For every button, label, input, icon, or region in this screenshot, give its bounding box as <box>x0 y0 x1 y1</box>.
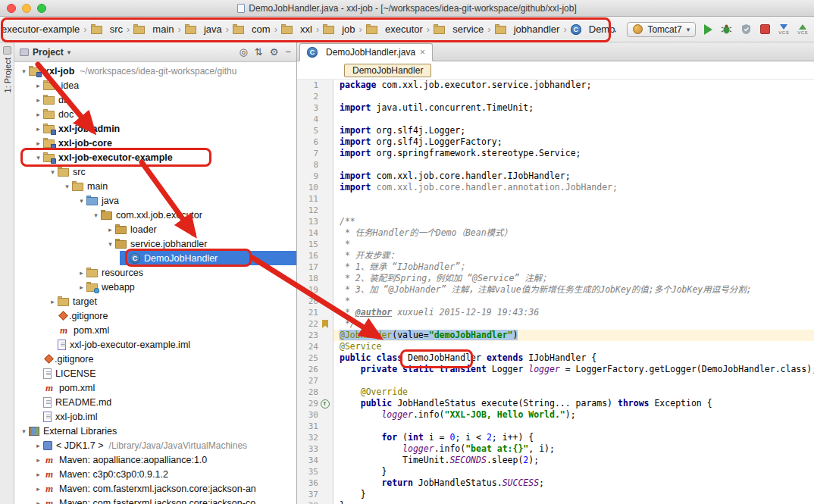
tree-row[interactable]: xxl-job-executor-example.iml <box>14 337 296 352</box>
line-number[interactable]: 18 <box>297 273 318 284</box>
tree-row-content[interactable]: ▸loader <box>105 222 296 236</box>
line-number[interactable]: 25 <box>297 352 318 364</box>
tree-row-content[interactable]: ▾External Libraries <box>19 424 296 438</box>
code-line[interactable]: 24@Service <box>297 341 814 352</box>
breadcrumb-item[interactable]: job <box>323 23 355 35</box>
tree-row[interactable]: ▸target <box>14 294 296 308</box>
tree-row-content[interactable]: ▸webapp <box>77 280 296 294</box>
tree-row-content[interactable]: mpom.xml <box>33 380 296 395</box>
tree-row[interactable]: .gitignore <box>14 352 296 366</box>
hide-panel-icon[interactable]: − <box>285 46 291 58</box>
tree-row-content[interactable]: README.md <box>33 395 296 409</box>
line-number[interactable]: 19 <box>297 284 318 296</box>
tree-row[interactable]: mpom.xml <box>14 380 296 395</box>
expand-arrow-icon[interactable]: ▸ <box>77 283 86 291</box>
locate-icon[interactable]: ◎ <box>240 46 248 58</box>
code-line[interactable]: 7import org.springframework.stereotype.S… <box>297 148 814 159</box>
tree-row[interactable]: ▾xxl-job~/workspaces/idea-git-workspace/… <box>14 64 296 78</box>
breadcrumb-item[interactable]: com <box>233 23 271 35</box>
code-line[interactable]: 5import org.slf4j.Logger; <box>297 125 814 136</box>
code-line[interactable]: 15 * <box>297 239 814 250</box>
collapse-arrow-icon[interactable]: ▾ <box>77 197 86 205</box>
sort-icon[interactable]: ⇅ <box>255 46 263 58</box>
tree-row[interactable]: ▸resources <box>14 265 296 280</box>
code-line[interactable]: 19 * 3、加 “@JobHander” 注解，注解value值为新增任务生成… <box>297 284 814 296</box>
breadcrumb-item[interactable]: java <box>185 23 222 35</box>
expand-arrow-icon[interactable]: ▸ <box>33 499 43 504</box>
code-line[interactable]: 13/** <box>297 216 814 227</box>
code-line[interactable]: 27 <box>297 375 814 387</box>
code-line[interactable]: 18 * 2、装配到Spring，例如加 “@Service” 注解； <box>297 273 814 284</box>
tree-row-content[interactable]: ▾com.xxl.job.executor <box>91 208 296 222</box>
close-icon[interactable]: × <box>420 47 425 58</box>
tree-row-content[interactable]: ▾main <box>62 179 296 193</box>
line-number[interactable]: 23 <box>297 330 318 341</box>
tree-row-content[interactable]: ▸mMaven: com.fasterxml.jackson.core:jack… <box>33 481 296 496</box>
code-line[interactable]: 25public class DemoJobHandler extends IJ… <box>297 352 814 364</box>
tree-row[interactable]: ▸mMaven: aopalliance:aopalliance:1.0 <box>14 452 296 467</box>
line-number[interactable]: 34 <box>297 455 318 466</box>
line-number[interactable]: 22 <box>297 318 318 330</box>
line-number[interactable]: 37 <box>297 489 318 500</box>
run-config-selector[interactable]: Tomcat7 ▾ <box>627 22 696 37</box>
line-number[interactable]: 31 <box>297 421 318 432</box>
line-number[interactable]: 11 <box>297 193 318 205</box>
line-number[interactable]: 5 <box>297 125 318 136</box>
tree-row-content[interactable]: ▸db <box>33 92 296 107</box>
tree-row[interactable]: xxl-job.iml <box>14 409 296 424</box>
line-number[interactable]: 13 <box>297 216 318 227</box>
line-number[interactable]: 38 <box>297 500 318 504</box>
code-area[interactable]: 1package com.xxl.job.executor.service.jo… <box>297 80 814 504</box>
tree-row[interactable]: ▸mMaven: c3p0:c3p0:0.9.1.2 <box>14 467 296 481</box>
tree-row-content[interactable]: ▸mMaven: aopalliance:aopalliance:1.0 <box>33 452 296 467</box>
tree-row-content[interactable]: ▸xxl-job-core <box>33 136 296 150</box>
expand-arrow-icon[interactable]: ▸ <box>33 139 43 147</box>
tree-row[interactable]: ▾com.xxl.job.executor <box>14 208 296 222</box>
tree-row-content[interactable]: ▸doc <box>33 107 296 121</box>
project-panel-title[interactable]: Project <box>33 47 64 58</box>
tree-row-content[interactable]: ▾service.jobhandler <box>105 236 296 251</box>
debug-button[interactable] <box>721 23 732 35</box>
settings-gear-icon[interactable]: ⚙ <box>270 46 279 58</box>
tree-row-content[interactable]: ▾src <box>48 164 296 179</box>
code-line[interactable]: 34 TimeUnit.SECONDS.sleep(2); <box>297 455 814 466</box>
tree-row[interactable]: ▸webapp <box>14 280 296 294</box>
expand-arrow-icon[interactable]: ▸ <box>33 442 43 449</box>
vcs-update-button[interactable]: VCS <box>778 24 789 35</box>
expand-arrow-icon[interactable]: ▸ <box>33 485 43 493</box>
line-number[interactable]: 21 <box>297 307 318 318</box>
tree-row[interactable]: .gitignore <box>14 308 296 323</box>
code-line[interactable]: 20 * <box>297 296 814 307</box>
code-line[interactable]: 2 <box>297 91 814 102</box>
line-number[interactable]: 32 <box>297 432 318 443</box>
code-line[interactable]: 26 private static transient Logger logge… <box>297 364 814 375</box>
code-line[interactable]: 37 } <box>297 489 814 500</box>
line-number[interactable]: 3 <box>297 102 318 114</box>
collapse-arrow-icon[interactable]: ▾ <box>62 183 72 190</box>
tree-row-content[interactable]: ▸resources <box>77 265 296 280</box>
tree-row[interactable]: ▸db <box>14 92 296 107</box>
tree-row[interactable]: ▸mMaven: com.fasterxml.jackson.core:jack… <box>14 481 296 496</box>
code-line[interactable]: 33 logger.info("beat at:{}", i); <box>297 443 814 455</box>
code-line[interactable]: 1package com.xxl.job.executor.service.jo… <box>297 80 814 91</box>
code-line[interactable]: 31 <box>297 421 814 432</box>
code-line[interactable]: 9import com.xxl.job.core.handler.IJobHan… <box>297 171 814 182</box>
code-line[interactable]: 30 logger.info("XXL-JOB, Hello World."); <box>297 409 814 421</box>
code-line[interactable]: 16 * 开发步骤： <box>297 250 814 261</box>
expand-arrow-icon[interactable]: ▸ <box>33 456 43 464</box>
tree-row[interactable]: ▸xxl-job-core <box>14 136 296 150</box>
code-line[interactable]: 22 */ <box>297 318 814 330</box>
tree-row-content[interactable]: ▸mMaven: c3p0:c3p0:0.9.1.2 <box>33 467 296 481</box>
line-number[interactable]: 30 <box>297 409 318 421</box>
line-number[interactable]: 15 <box>297 239 318 250</box>
line-number[interactable]: 9 <box>297 171 318 182</box>
tree-row[interactable]: ▸doc <box>14 107 296 121</box>
editor-tab[interactable]: C DemoJobHandler.java × <box>299 43 433 61</box>
coverage-button[interactable] <box>740 23 752 35</box>
code-line[interactable]: 4 <box>297 114 814 125</box>
code-line[interactable]: 10import com.xxl.job.core.handler.annota… <box>297 182 814 193</box>
line-number[interactable]: 2 <box>297 91 318 102</box>
vcs-commit-button[interactable]: VCS <box>797 24 808 35</box>
tree-row-content[interactable]: xxl-job-executor-example.iml <box>48 337 296 352</box>
collapse-arrow-icon[interactable]: ▾ <box>19 427 29 435</box>
